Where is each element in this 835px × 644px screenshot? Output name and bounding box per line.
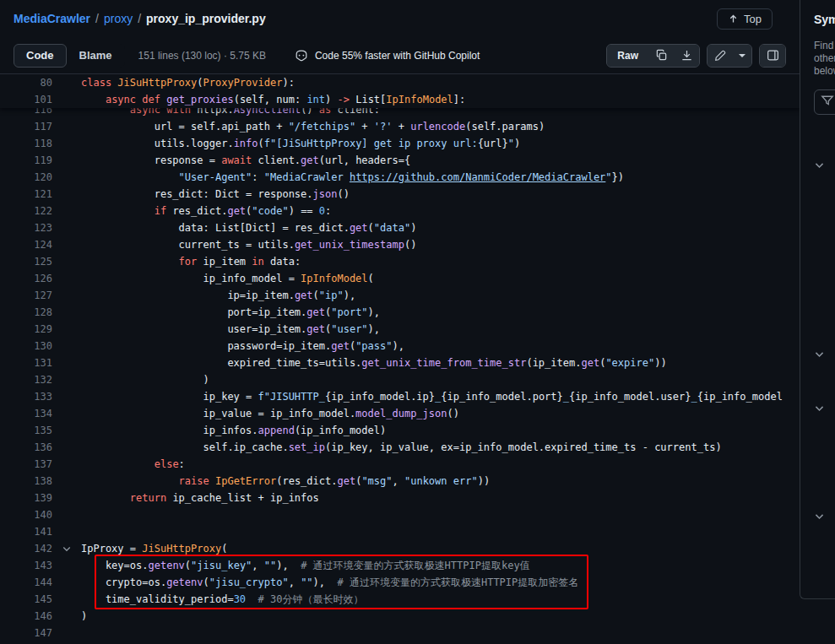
code-text: password=ip_item.get("pass"),	[81, 338, 800, 354]
line-number[interactable]: 101	[0, 91, 52, 108]
code-token: res_dict.	[166, 205, 227, 217]
edit-dropdown-button[interactable]	[733, 45, 751, 67]
code-text: class JiSuHttpProxy(ProxyProvider):	[81, 74, 800, 91]
code-token: raise	[179, 475, 209, 487]
edit-button[interactable]	[708, 45, 733, 67]
breadcrumb-bar: MediaCrawler / proxy / proxy_ip_provider…	[0, 0, 800, 37]
line-number[interactable]: 141	[0, 523, 52, 540]
line-number[interactable]: 137	[0, 456, 52, 473]
tree-expander-icon[interactable]	[811, 399, 827, 416]
code-token: "data"	[374, 222, 410, 234]
copilot-banner[interactable]: Code 55% faster with GitHub Copilot	[295, 49, 480, 62]
code-line: 130 password=ip_item.get("pass"),	[0, 338, 800, 354]
copy-icon	[655, 49, 668, 62]
line-number[interactable]: 130	[0, 338, 52, 354]
code-token: utils.logger.	[81, 138, 234, 149]
code-token: ))	[654, 357, 666, 369]
line-number[interactable]: 120	[0, 169, 52, 186]
tree-expander-icon[interactable]	[811, 507, 827, 524]
code-line: 147	[0, 625, 800, 641]
tree-expander-icon[interactable]	[811, 345, 827, 362]
code-token: get_proxies	[166, 94, 233, 106]
line-number[interactable]: 129	[0, 321, 52, 338]
code-token: (self, num:	[234, 94, 307, 106]
code-token: get	[350, 222, 368, 234]
code-token: f"[JiSuHttpProxy] get ip proxy url:	[264, 138, 478, 149]
line-number[interactable]: 136	[0, 439, 52, 456]
code-token: 30	[234, 593, 246, 605]
line-number[interactable]: 147	[0, 625, 52, 641]
line-number[interactable]: 138	[0, 473, 52, 490]
line-number[interactable]: 133	[0, 388, 52, 405]
line-number[interactable]: 123	[0, 219, 52, 236]
line-number[interactable]: 119	[0, 152, 52, 169]
line-number[interactable]: 117	[0, 118, 52, 135]
tab-blame[interactable]: Blame	[67, 44, 125, 68]
symbols-description-line: Find definitions and references for func…	[814, 40, 835, 52]
filter-symbols-input[interactable]	[814, 89, 835, 115]
code-token	[81, 475, 179, 487]
tree-expander-icon[interactable]	[811, 156, 827, 173]
code-text: res_dict: Dict = response.json()	[81, 186, 800, 203]
code-token: password=ip_item.	[81, 340, 331, 352]
line-number[interactable]: 116	[0, 108, 52, 118]
code-token: # 通过环境变量的方式获取极速HTTPIP提取key值	[301, 560, 529, 571]
line-number[interactable]: 131	[0, 354, 52, 371]
line-number[interactable]: 134	[0, 405, 52, 422]
code-token: get_unix_time_from_time_str	[361, 357, 526, 369]
code-token: (	[221, 543, 227, 555]
fold-chevron-icon[interactable]	[52, 540, 81, 557]
code-token: if	[155, 205, 166, 217]
download-button[interactable]	[674, 45, 699, 67]
breadcrumb-repo-link[interactable]: MediaCrawler	[14, 12, 90, 25]
line-number[interactable]: 135	[0, 422, 52, 439]
breadcrumb: MediaCrawler / proxy / proxy_ip_provider…	[14, 12, 266, 25]
line-number[interactable]: 128	[0, 304, 52, 321]
line-number[interactable]: 124	[0, 236, 52, 253]
code-token: ip_value = ip_info_model.	[81, 408, 355, 419]
scroll-to-top-button[interactable]: Top	[717, 8, 773, 30]
code-line: 128 port=ip_item.get("port"),	[0, 304, 800, 321]
line-number[interactable]: 139	[0, 490, 52, 506]
fold-spacer	[52, 186, 81, 203]
code-token: get	[581, 357, 599, 369]
line-number[interactable]: 146	[0, 608, 52, 625]
code-token	[246, 593, 258, 605]
line-number[interactable]: 145	[0, 591, 52, 608]
code-line: 134 ip_value = ip_info_model.model_dump_…	[0, 405, 800, 422]
breadcrumb-folder-link[interactable]: proxy	[104, 12, 133, 25]
line-number[interactable]: 126	[0, 270, 52, 287]
code-token: :	[179, 458, 185, 470]
line-number[interactable]: 127	[0, 287, 52, 304]
code-viewer: 80class JiSuHttpProxy(ProxyProvider):101…	[0, 74, 800, 644]
fold-spacer	[52, 574, 81, 591]
line-number[interactable]: 142	[0, 540, 52, 557]
code-text: self.ip_cache.set_ip(ip_key, ip_value, e…	[81, 439, 800, 456]
line-number[interactable]: 121	[0, 186, 52, 203]
code-text: crypto=os.getenv("jisu_crypto", ""), # 通…	[81, 574, 800, 591]
line-number[interactable]: 125	[0, 253, 52, 270]
code-token: ip_infos.	[81, 425, 258, 436]
code-line: 116 async with httpx.AsyncClient() as cl…	[0, 108, 800, 118]
line-number[interactable]: 144	[0, 574, 52, 591]
fold-spacer	[52, 287, 81, 304]
line-number[interactable]: 118	[0, 135, 52, 152]
line-number[interactable]: 140	[0, 506, 52, 523]
raw-button[interactable]: Raw	[607, 45, 648, 67]
line-number[interactable]: 122	[0, 203, 52, 219]
symbols-panel-toggle-button[interactable]	[760, 45, 785, 67]
code-text: user=ip_item.get("user"),	[81, 321, 800, 338]
code-token	[81, 171, 179, 183]
line-number[interactable]: 80	[0, 74, 52, 91]
code-token: IpInfoModel	[301, 273, 367, 284]
tab-code[interactable]: Code	[14, 44, 67, 68]
line-number[interactable]: 143	[0, 557, 52, 574]
code-text: "User-Agent": "MediaCrawler https://gith…	[81, 169, 800, 186]
code-token: :	[325, 205, 331, 217]
code-text: ip_infos.append(ip_info_model)	[81, 422, 800, 439]
code-token: model_dump_json	[355, 408, 447, 419]
copy-button[interactable]	[648, 45, 674, 67]
code-token: "ip"	[319, 290, 344, 301]
line-number[interactable]: 132	[0, 371, 52, 388]
code-token: )	[81, 374, 209, 386]
